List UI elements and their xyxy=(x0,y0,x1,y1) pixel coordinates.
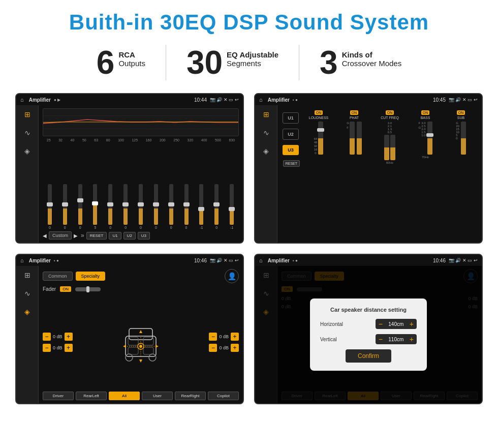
eq-prev-arrow[interactable]: ◀ xyxy=(43,233,47,238)
eq-sidebar-waveform-icon[interactable]: ∿ xyxy=(24,129,30,137)
phat-on-toggle[interactable]: ON xyxy=(350,110,359,115)
cutfreq-slider1[interactable] xyxy=(384,135,389,160)
fader-plus-btn-1[interactable]: + xyxy=(65,333,73,341)
fader-all-btn[interactable]: All xyxy=(109,392,140,400)
eq-u3-btn[interactable]: U3 xyxy=(138,232,150,240)
eq-track-12[interactable] xyxy=(230,184,234,225)
fader-rearright-btn[interactable]: RearRight xyxy=(175,392,206,400)
phat-slider-g[interactable] xyxy=(350,122,355,155)
eq-val-8: 0 xyxy=(170,226,172,229)
fader-tab-common[interactable]: Common xyxy=(43,272,73,281)
eq-track-10[interactable] xyxy=(199,184,203,225)
eq-thumb-8[interactable] xyxy=(168,202,174,206)
eq-track-9[interactable] xyxy=(184,184,189,225)
fader-sidebar-equalizer-icon[interactable]: ⊞ xyxy=(24,271,30,279)
eq-thumb-11[interactable] xyxy=(213,202,220,206)
fader-tab-specialty[interactable]: Specialty xyxy=(76,272,106,281)
eq-track-7[interactable] xyxy=(154,184,158,225)
eq-track-4[interactable] xyxy=(108,184,112,225)
eq-graph-svg xyxy=(43,109,238,136)
fader-h-thumb[interactable] xyxy=(86,286,89,292)
eq-track-8[interactable] xyxy=(169,184,173,225)
dialog-vertical-plus[interactable]: + xyxy=(410,335,414,343)
sub-label: SUB xyxy=(457,116,464,120)
dialog-horizontal-minus[interactable]: − xyxy=(379,320,383,328)
eq-slider-5: 0 xyxy=(118,184,133,229)
bass-on-toggle[interactable]: ON xyxy=(421,110,430,115)
fader-user-btn[interactable]: User xyxy=(142,392,173,400)
fader-on-badge[interactable]: ON xyxy=(60,286,71,292)
channels-container: ON LOUDNESS 64 48 32 16 0 xyxy=(301,108,479,240)
dialog-horizontal-plus[interactable]: + xyxy=(410,320,414,328)
eq-track-5[interactable] xyxy=(123,184,128,225)
eq-track-3[interactable] xyxy=(93,184,97,225)
eq-thumb-9[interactable] xyxy=(183,202,190,206)
eq-thumb-4[interactable] xyxy=(107,202,113,206)
fader-sidebar-waveform-icon[interactable]: ∿ xyxy=(24,289,30,297)
eq-thumb-0[interactable] xyxy=(47,202,53,206)
fader-copilot-btn[interactable]: Copilot xyxy=(208,392,239,400)
fader-rearleft-btn[interactable]: RearLeft xyxy=(76,392,107,400)
fader-minus-btn-3[interactable]: − xyxy=(209,333,217,341)
fader-minus-btn-4[interactable]: − xyxy=(209,344,217,352)
fader-sidebar-speaker-icon[interactable]: ◈ xyxy=(24,308,30,316)
eq-thumb-10[interactable] xyxy=(198,207,204,211)
eq-track-0[interactable] xyxy=(48,184,52,225)
fader-screen-content: ⊞ ∿ ◈ Common Specialty 👤 Fader ON xyxy=(16,266,243,403)
crossover-sidebar-equalizer-icon[interactable]: ⊞ xyxy=(263,110,269,118)
preset-u1-btn[interactable]: U1 xyxy=(283,112,299,124)
eq-sidebar-equalizer-icon[interactable]: ⊞ xyxy=(24,110,30,118)
freq-label-400: 400 xyxy=(201,138,207,142)
fader-driver-btn[interactable]: Driver xyxy=(43,392,74,400)
home-icon[interactable]: ⌂ xyxy=(20,97,24,103)
eq-u2-btn[interactable]: U2 xyxy=(123,232,136,240)
eq-track-11[interactable] xyxy=(214,184,219,225)
eq-val-4: 0 xyxy=(109,226,111,229)
eq-thumb-7[interactable] xyxy=(153,202,159,206)
dialog-home-icon[interactable]: ⌂ xyxy=(259,257,263,263)
preset-u3-btn[interactable]: U3 xyxy=(283,145,299,155)
crossover-sidebar-speaker-icon[interactable]: ◈ xyxy=(263,147,269,155)
crossover-reset-btn[interactable]: RESET xyxy=(283,160,300,167)
eq-expand-icon[interactable]: » xyxy=(81,232,84,239)
fader-plus-btn-4[interactable]: + xyxy=(231,344,239,352)
eq-track-2[interactable] xyxy=(78,184,82,225)
freq-label-50: 50 xyxy=(82,138,86,142)
eq-val-3: 5 xyxy=(95,226,97,229)
dialog-vertical-minus[interactable]: − xyxy=(379,335,383,343)
eq-thumb-6[interactable] xyxy=(138,202,144,206)
sub-on-toggle[interactable]: ON xyxy=(457,110,465,115)
eq-next-arrow[interactable]: ▶ xyxy=(74,233,78,238)
bass-thumb[interactable] xyxy=(426,133,433,137)
fader-home-icon[interactable]: ⌂ xyxy=(20,257,24,263)
loudness-thumb[interactable] xyxy=(317,128,324,132)
dialog-confirm-button[interactable]: Confirm xyxy=(346,349,391,363)
preset-u2-btn[interactable]: U2 xyxy=(283,129,299,140)
phat-slider-f[interactable] xyxy=(357,122,362,155)
fader-user-icon[interactable]: 👤 xyxy=(225,269,239,283)
eq-reset-btn[interactable]: RESET xyxy=(86,232,107,240)
crossover-sidebar-waveform-icon[interactable]: ∿ xyxy=(263,129,269,137)
cutfreq-slider2[interactable] xyxy=(390,135,395,160)
eq-thumb-3[interactable] xyxy=(92,201,98,205)
eq-thumb-2[interactable] xyxy=(77,198,83,202)
fader-minus-btn-2[interactable]: − xyxy=(43,344,51,352)
fader-plus-btn-2[interactable]: + xyxy=(65,344,73,352)
fader-plus-btn-3[interactable]: + xyxy=(231,333,239,341)
sub-slider[interactable] xyxy=(461,122,466,155)
bass-slider-f[interactable] xyxy=(427,122,432,155)
cutfreq-on-toggle[interactable]: ON xyxy=(386,110,394,115)
crossover-home-icon[interactable]: ⌂ xyxy=(259,97,263,103)
eq-thumb-5[interactable] xyxy=(122,202,129,206)
eq-track-6[interactable] xyxy=(139,184,143,225)
eq-u1-btn[interactable]: U1 xyxy=(109,232,121,240)
fader-minus-btn-1[interactable]: − xyxy=(43,333,51,341)
eq-thumb-12[interactable] xyxy=(229,207,235,211)
eq-track-1[interactable] xyxy=(63,184,67,225)
fader-h-slider[interactable] xyxy=(75,287,101,291)
loudness-on-toggle[interactable]: ON xyxy=(315,110,323,115)
loudness-slider-track[interactable] xyxy=(318,122,323,155)
eq-thumb-1[interactable] xyxy=(62,202,68,206)
eq-val-7: 0 xyxy=(155,226,157,229)
eq-sidebar-speaker-icon[interactable]: ◈ xyxy=(24,147,30,155)
